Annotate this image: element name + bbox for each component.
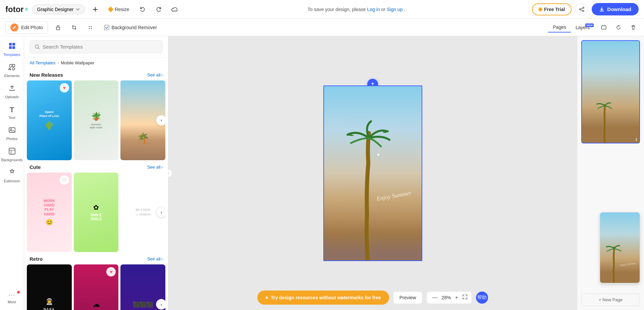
collapse-panel-button[interactable]: ‹ xyxy=(168,169,172,177)
retro-title: Retro xyxy=(30,256,43,262)
second-page-thumb[interactable]: Enjoy Summer xyxy=(600,212,640,283)
heart-icon[interactable]: ♡ xyxy=(60,175,69,185)
retro-header: Retro See all › xyxy=(27,252,165,264)
sidebar-item-photos[interactable]: Photos xyxy=(0,123,24,144)
plus-icon xyxy=(92,6,99,13)
new-releases-header: New Releases See all › xyxy=(27,68,165,80)
logo-text: fotor xyxy=(5,5,24,14)
zoom-out-button[interactable]: — xyxy=(431,295,439,301)
watermark-button[interactable]: ♦ Try design resources without watermark… xyxy=(257,291,389,305)
dots-button[interactable] xyxy=(84,21,96,34)
search-icon xyxy=(35,44,40,50)
svg-rect-3 xyxy=(56,27,60,30)
svg-point-1 xyxy=(579,9,581,10)
retro-row: 👨‍🚀 NASA ♥ ☁ ⬛⬛⬛ › xyxy=(27,264,165,310)
layers-tab[interactable]: Layers NEW xyxy=(571,23,594,32)
svg-point-14 xyxy=(9,64,12,67)
signup-link[interactable]: Sign up xyxy=(387,7,402,12)
bg-remover-button[interactable]: Background Remover xyxy=(100,22,160,33)
redo-button[interactable] xyxy=(153,3,165,15)
graphic-designer-dropdown[interactable]: Graphic Designer xyxy=(32,4,86,14)
canvas-container: + xyxy=(323,85,422,261)
pages-layers-tabs: Pages Layers NEW xyxy=(548,22,594,33)
zoom-value: 28% xyxy=(441,295,451,300)
heart-icon[interactable]: ♥ xyxy=(60,83,69,92)
lock-button[interactable] xyxy=(52,21,64,34)
page-thumb-1[interactable]: 1 xyxy=(581,40,640,143)
new-releases-title: New Releases xyxy=(30,72,63,78)
right-panel: 1 Enjoy Summer + New P xyxy=(577,36,644,310)
extension-icon xyxy=(8,169,16,178)
trial-diamond-icon xyxy=(538,7,543,11)
help-button[interactable]: 帮助 xyxy=(476,292,488,304)
cute-see-all[interactable]: See all › xyxy=(147,165,163,170)
preview-button[interactable]: Preview xyxy=(393,291,423,304)
search-input[interactable] xyxy=(43,44,158,50)
cute-title: Cute xyxy=(30,164,41,170)
help-label: 帮助 xyxy=(477,295,487,301)
retro-next-btn[interactable]: › xyxy=(156,299,165,310)
free-trial-button[interactable]: Free Trial xyxy=(532,3,572,15)
new-releases-see-all[interactable]: See all › xyxy=(147,72,163,77)
svg-rect-15 xyxy=(12,64,15,67)
trash-icon xyxy=(630,24,636,30)
watermark-label: Try design resources without watermarks … xyxy=(271,295,381,300)
cloud-save-button[interactable] xyxy=(169,3,181,15)
canvas-area: ‹ + xyxy=(168,36,577,310)
breadcrumb-separator: › xyxy=(57,60,59,65)
crop-button[interactable] xyxy=(68,21,80,34)
trash-button[interactable] xyxy=(628,22,639,33)
sidebar-item-extension[interactable]: Extension xyxy=(0,165,24,186)
fullscreen-button[interactable] xyxy=(462,294,468,301)
second-thumb-palm-svg xyxy=(605,243,623,283)
sidebar-item-elements[interactable]: Elements xyxy=(0,60,24,81)
svg-rect-9 xyxy=(601,26,606,29)
add-button[interactable] xyxy=(89,3,101,15)
watermark-icon: ♦ xyxy=(265,295,268,301)
cute-row: ♡ WORKHARDPLAYHARD 😊 ✿ SMILESMILE xyxy=(27,173,165,252)
new-page-button[interactable]: + New Page xyxy=(581,294,640,306)
template-card-retro2[interactable]: ♥ ☁ xyxy=(74,264,119,310)
redo-icon xyxy=(155,6,162,13)
zoom-in-button[interactable]: + xyxy=(454,295,460,301)
all-templates-link[interactable]: All Templates xyxy=(30,60,55,65)
templates-panel: All Templates › Mobile Wallpaper New Rel… xyxy=(24,36,168,310)
resize-button[interactable]: Resize xyxy=(105,5,132,14)
secondary-toolbar: Edit Photo Background Remover Pages xyxy=(0,19,644,36)
undo-button[interactable] xyxy=(137,3,149,15)
edit-photo-button[interactable]: Edit Photo xyxy=(5,21,48,34)
download-label: Download xyxy=(607,6,631,12)
text-label: Text xyxy=(8,116,15,120)
template-card-nr1[interactable]: ♥ SpacePlace of Love 🌵 xyxy=(27,80,72,160)
share-button[interactable] xyxy=(576,3,588,15)
svg-rect-10 xyxy=(9,43,12,46)
second-page-preview: Enjoy Summer xyxy=(600,212,640,283)
cute-next-btn[interactable]: › xyxy=(156,207,165,218)
login-link[interactable]: Log in xyxy=(367,7,380,12)
retro-see-all[interactable]: See all › xyxy=(147,256,163,261)
sidebar-item-backgrounds[interactable]: Backgrounds xyxy=(0,144,24,165)
download-icon xyxy=(599,7,604,12)
svg-point-6 xyxy=(89,28,90,29)
sidebar-item-more[interactable]: ··· More xyxy=(0,288,24,307)
template-card-retro1[interactable]: 👨‍🚀 NASA xyxy=(27,264,72,310)
more-label: More xyxy=(8,300,16,304)
uploads-svg-icon xyxy=(8,84,16,92)
canvas[interactable]: ✦ Enjoy Summer xyxy=(323,85,422,261)
left-sidebar: Templates Elements Uploads xyxy=(0,36,24,310)
sidebar-item-templates[interactable]: Templates xyxy=(0,39,24,60)
svg-point-2 xyxy=(583,10,584,12)
templates-scroll[interactable]: New Releases See all › ♥ SpacePlace of L… xyxy=(24,68,168,310)
pencil-icon xyxy=(12,25,17,30)
download-button[interactable]: Download xyxy=(592,3,639,15)
sidebar-item-uploads[interactable]: Uploads xyxy=(0,81,24,102)
pages-tab[interactable]: Pages xyxy=(548,22,571,33)
refresh-button[interactable] xyxy=(613,22,624,33)
template-card-nr2[interactable]: 🪴 Summerstyle notes xyxy=(74,80,119,160)
svg-rect-13 xyxy=(12,46,15,49)
template-card-cute2[interactable]: ✿ SMILESMILE xyxy=(74,173,119,252)
sidebar-item-text[interactable]: T Text xyxy=(0,102,24,123)
screenshot-button[interactable] xyxy=(598,22,609,33)
new-releases-next-btn[interactable]: › xyxy=(156,115,165,126)
template-card-cute1[interactable]: ♡ WORKHARDPLAYHARD 😊 xyxy=(27,173,72,252)
